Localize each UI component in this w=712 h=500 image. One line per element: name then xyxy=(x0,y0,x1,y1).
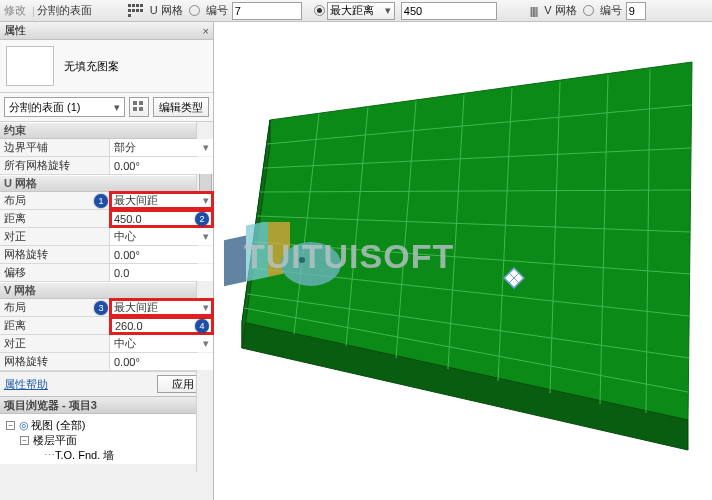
row-boundary-tile: 边界平铺 部分 xyxy=(0,139,213,157)
v-layout-value[interactable]: 最大间距 xyxy=(110,299,213,316)
svg-rect-0 xyxy=(133,101,137,105)
u-spacing-select[interactable]: 最大距离 xyxy=(327,2,395,20)
v-grid-rot-value[interactable]: 0.00° xyxy=(110,353,213,370)
section-v-grid[interactable]: V 网格⌃ xyxy=(0,282,213,299)
properties-title: 属性 xyxy=(4,23,26,38)
properties-footer: 属性帮助 应用 xyxy=(0,371,213,396)
collapse-icon[interactable]: − xyxy=(6,421,15,430)
badge-4: 4 xyxy=(195,319,209,333)
svg-rect-2 xyxy=(133,107,137,111)
panel-scrollbar[interactable] xyxy=(196,122,213,472)
watermark-text: TUITUISOFT xyxy=(244,237,454,276)
close-icon[interactable]: × xyxy=(203,25,209,37)
row-u-justify: 对正 中心 xyxy=(0,228,213,246)
project-browser-tree: − ◎ 视图 (全部) − 楼层平面 ⋯ T.O. Fnd. 墙 xyxy=(0,414,213,464)
filter-button[interactable] xyxy=(129,97,149,117)
row-v-layout: 布局 最大间距 3 xyxy=(0,299,213,317)
u-offset-value[interactable]: 0.0 xyxy=(110,264,213,281)
properties-panel: 属性 × 无填充图案 分割的表面 (1) 编辑类型 约束⌃ 边界平铺 部分 所有… xyxy=(0,22,214,500)
all-grid-rot-value[interactable]: 0.00° xyxy=(110,157,213,174)
type-swatch[interactable] xyxy=(6,46,54,86)
boundary-tile-value[interactable]: 部分 xyxy=(110,139,213,156)
radio-u-maxdist[interactable] xyxy=(314,5,325,16)
svg-rect-3 xyxy=(139,107,143,111)
svg-rect-26 xyxy=(224,236,246,287)
badge-2: 2 xyxy=(195,212,209,226)
collapse-icon[interactable]: − xyxy=(20,436,29,445)
u-number-input[interactable] xyxy=(232,2,302,20)
properties-header: 属性 × xyxy=(0,22,213,40)
tree-dots-icon: ⋯ xyxy=(44,449,53,462)
v-justify-value[interactable]: 中心 xyxy=(110,335,213,352)
radio-v-number[interactable] xyxy=(583,5,594,16)
tab-divided-surface[interactable]: 分割的表面 xyxy=(37,3,92,18)
row-v-justify: 对正 中心 xyxy=(0,335,213,353)
row-all-grid-rot: 所有网格旋转 0.00° xyxy=(0,157,213,175)
viewport-3d[interactable]: TUITUISOFT xyxy=(214,22,712,500)
section-constraint[interactable]: 约束⌃ xyxy=(0,122,213,139)
project-browser-header: 项目浏览器 - 项目3 × xyxy=(0,396,213,414)
type-preview-row: 无填充图案 xyxy=(0,40,213,93)
badge-3: 3 xyxy=(94,301,108,315)
number-label-u: 编号 xyxy=(206,3,228,18)
u-justify-value[interactable]: 中心 xyxy=(110,228,213,245)
u-layout-value[interactable]: 最大间距 xyxy=(110,192,213,209)
project-browser-title: 项目浏览器 - 项目3 xyxy=(4,398,97,413)
u-grid-rot-value[interactable]: 0.00° xyxy=(110,246,213,263)
tree-item-tofnd[interactable]: ⋯ T.O. Fnd. 墙 xyxy=(42,448,211,463)
row-u-distance: 距离 450.0 2 xyxy=(0,210,213,228)
grid-icon xyxy=(128,4,144,18)
row-v-distance: 距离 260.0 4 xyxy=(0,317,213,335)
v-number-input[interactable] xyxy=(626,2,646,20)
type-selector[interactable]: 分割的表面 (1) xyxy=(4,97,125,117)
radio-u-number[interactable] xyxy=(189,5,200,16)
v-grid-label: V 网格 xyxy=(544,3,576,18)
number-label-v: 编号 xyxy=(600,3,622,18)
svg-rect-1 xyxy=(139,101,143,105)
u-dist-input[interactable] xyxy=(401,2,497,20)
properties-help-link[interactable]: 属性帮助 xyxy=(4,377,48,392)
options-bar: 修改 | 分割的表面 U 网格 编号 最大距离 |||| V 网格 编号 xyxy=(0,0,712,22)
tree-views[interactable]: − ◎ 视图 (全部) xyxy=(6,418,211,433)
tree-floor-plans[interactable]: − 楼层平面 xyxy=(20,433,211,448)
row-u-grid-rot: 网格旋转 0.00° xyxy=(0,246,213,264)
vgrid-icon: |||| xyxy=(530,5,537,17)
section-u-grid[interactable]: U 网格⌃ xyxy=(0,175,213,192)
filter-icon xyxy=(133,101,145,113)
u-grid-label: U 网格 xyxy=(150,3,183,18)
row-v-grid-rot: 网格旋转 0.00° xyxy=(0,353,213,371)
no-fill-label: 无填充图案 xyxy=(64,59,119,74)
edit-type-button[interactable]: 编辑类型 xyxy=(153,97,209,117)
tab-modify[interactable]: 修改 xyxy=(4,3,26,18)
row-u-offset: 偏移 0.0 xyxy=(0,264,213,282)
badge-1: 1 xyxy=(94,194,108,208)
row-u-layout: 布局 最大间距 1 xyxy=(0,192,213,210)
